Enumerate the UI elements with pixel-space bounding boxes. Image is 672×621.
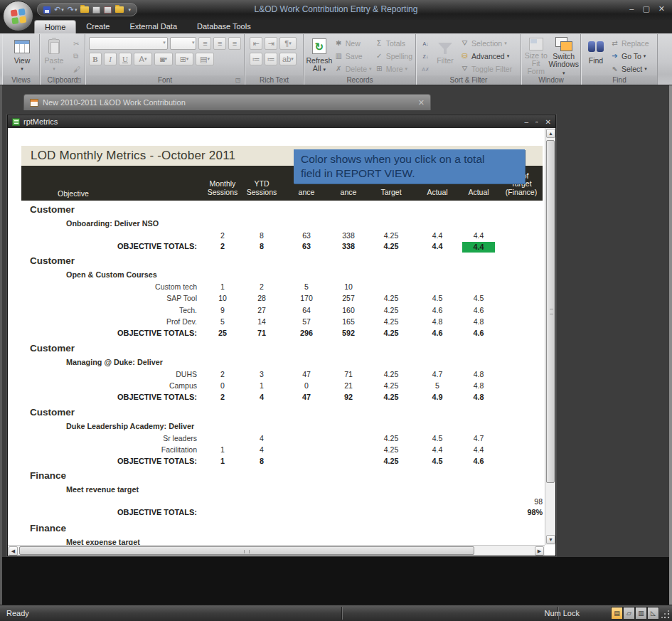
goto-button[interactable]: ➔Go To▾ (609, 51, 651, 62)
tab-create[interactable]: Create (76, 20, 119, 33)
tab-database-tools[interactable]: Database Tools (187, 20, 261, 33)
cell-value: 47 (287, 393, 326, 401)
document-tab-close-icon[interactable]: ✕ (418, 98, 425, 107)
horizontal-scroll-thumb[interactable] (19, 546, 474, 555)
cell-value: 14 (242, 317, 282, 326)
find-button[interactable]: Find (583, 36, 609, 75)
totals-button[interactable]: ΣTotals (373, 38, 414, 49)
highlight-button[interactable]: ab▾ (279, 53, 297, 65)
scroll-right-icon[interactable]: ▶ (535, 546, 544, 556)
cell-value: 1 (203, 282, 242, 291)
row-label: DUHS (90, 370, 197, 378)
objective-totals-row: OBJECTIVE TOTALS:28633384.254.44.4 (21, 242, 543, 253)
advanced-filter-button[interactable]: ⛁Advanced▾ (459, 51, 513, 62)
objective-totals-row: OBJECTIVE TOTALS:98% (21, 508, 543, 519)
size-to-fit-icon (529, 38, 543, 51)
alternate-fill-button[interactable]: ▤▾ (196, 53, 214, 65)
new-record-button[interactable]: ✱New (333, 38, 373, 49)
sort-descending-button[interactable]: Z↓ (420, 51, 432, 62)
more-button[interactable]: ⊞More▾ (373, 63, 414, 75)
minimize-button[interactable]: – (629, 5, 634, 13)
cell-value: 63 (287, 231, 326, 240)
toggle-filter-button[interactable]: ⛛Toggle Filter (459, 63, 513, 75)
direction-button[interactable]: ¶▾ (279, 37, 297, 50)
workspace: New 2010-2011 L&OD Work Contribution ✕ r… (0, 85, 672, 605)
cell-value: 257 (329, 294, 368, 302)
align-right-button[interactable]: ≡ (228, 37, 241, 50)
save-record-button[interactable]: ▥Save (333, 51, 373, 62)
tab-home[interactable]: Home (34, 20, 76, 33)
cell-value: 2 (242, 282, 282, 291)
font-size-combo[interactable] (170, 37, 197, 50)
cell-value: 4.5 (459, 294, 498, 302)
cell-value: 0 (287, 381, 326, 390)
cut-icon[interactable]: ✂ (72, 38, 82, 49)
fill-color-button[interactable]: ◙▾ (154, 53, 173, 65)
format-painter-icon[interactable]: 🖌 (72, 63, 82, 75)
select-button[interactable]: ⬉Select▾ (609, 63, 651, 75)
open-folder-icon[interactable] (80, 6, 89, 13)
cell-value: 2 (203, 242, 242, 250)
italic-button[interactable]: I (104, 53, 117, 65)
align-left-button[interactable]: ≡ (198, 37, 211, 50)
sort-ascending-button[interactable]: A↓ (420, 38, 432, 49)
close-button[interactable]: ✕ (658, 5, 665, 13)
replace-button[interactable]: ⇄Replace (609, 38, 651, 49)
copy-icon[interactable]: ⧉ (72, 51, 82, 62)
bullet-list-button[interactable]: ≔ (265, 53, 277, 65)
scroll-left-icon[interactable]: ◀ (9, 546, 18, 556)
office-button[interactable] (3, 1, 33, 31)
decrease-indent-button[interactable]: ⇤ (250, 37, 262, 50)
scroll-down-icon[interactable]: ▼ (546, 535, 555, 544)
resize-grip[interactable] (661, 610, 671, 620)
gridlines-button[interactable]: ⊞▾ (175, 53, 193, 65)
report-body: LOD Monthly Metrics - -October 2011 Obje… (8, 128, 555, 556)
report-maximize-button[interactable]: ▫ (535, 118, 538, 126)
refresh-all-button[interactable]: ↻ Refresh All ▾ (306, 36, 333, 75)
selection-button[interactable]: ⛛Selection▾ (459, 38, 513, 49)
print-preview-button[interactable]: ▱ (623, 607, 635, 620)
document-tab[interactable]: New 2010-2011 L&OD Work Contribution ✕ (23, 94, 431, 110)
tab-external-data[interactable]: External Data (119, 20, 187, 33)
design-view-button[interactable]: ◺ (647, 607, 659, 620)
increase-indent-button[interactable]: ⇥ (265, 37, 277, 50)
report-minimize-button[interactable]: – (525, 118, 529, 126)
bold-button[interactable]: B (89, 53, 102, 65)
selected-total-field[interactable]: 4.4 (462, 242, 495, 253)
switch-windows-button[interactable]: Switch Windows ▾ (548, 36, 579, 75)
font-dialog-launcher[interactable]: ◳ (235, 77, 242, 84)
report-view-button[interactable]: ▤ (611, 607, 623, 620)
numbered-list-button[interactable]: ≔ (250, 53, 262, 65)
report-close-button[interactable]: ✕ (545, 118, 551, 126)
clear-sort-button[interactable]: A✗ (420, 63, 432, 75)
font-name-combo[interactable] (89, 37, 168, 50)
scroll-up-icon[interactable]: ▲ (546, 129, 555, 138)
size-to-fit-form-button[interactable]: Size to Fit Form (523, 36, 548, 75)
paste-button[interactable]: Paste▾ (42, 36, 66, 75)
layout-view-button[interactable]: ▥ (635, 607, 647, 620)
qat-customize-button[interactable]: ▾ (128, 7, 131, 12)
spelling-button[interactable]: ✓Spelling (373, 51, 414, 62)
cell-value: 0 (203, 381, 242, 390)
export-icon[interactable] (104, 6, 112, 14)
redo-button[interactable]: ↷▾ (68, 6, 78, 14)
maximize-button[interactable]: ▢ (642, 5, 649, 13)
folder-icon[interactable] (115, 6, 124, 13)
cell-value: 4 (242, 393, 282, 401)
filter-button[interactable]: Filter (432, 36, 459, 75)
undo-button[interactable]: ↶▾ (54, 6, 64, 14)
table-row: Campus010214.2554.8 (21, 381, 543, 392)
delete-record-button[interactable]: ✗Delete▾ (333, 63, 373, 75)
clipboard-dialog-launcher[interactable]: ◳ (76, 77, 83, 84)
report-window-titlebar[interactable]: rptMetrics – ▫ ✕ (8, 115, 555, 128)
underline-button[interactable]: U (119, 53, 132, 65)
print-icon[interactable] (92, 6, 100, 14)
binoculars-icon (587, 40, 604, 53)
view-button[interactable]: View▾ (4, 36, 40, 75)
cell-value: 4.8 (459, 393, 498, 401)
align-center-button[interactable]: ≡ (213, 37, 226, 50)
report-horizontal-scrollbar[interactable]: ◀ ▶ (8, 545, 545, 556)
font-color-button[interactable]: A▾ (134, 53, 152, 65)
cell-value: 57 (287, 317, 326, 326)
save-icon[interactable] (43, 6, 50, 14)
